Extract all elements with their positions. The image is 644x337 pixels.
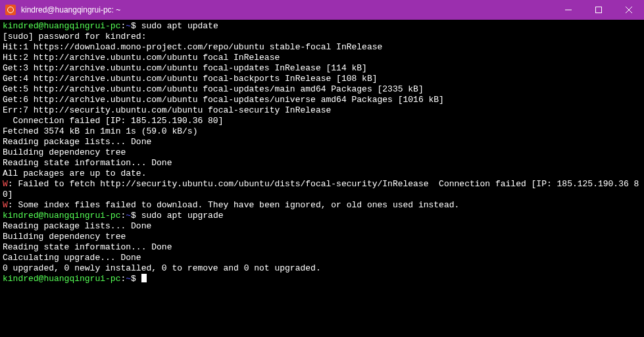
prompt-line: kindred@huangqingrui-pc:~$ bbox=[3, 274, 147, 284]
output-line: Reading package lists... Done bbox=[3, 221, 151, 231]
output-line: Reading package lists... Done bbox=[3, 137, 151, 147]
output-line: Get:3 http://archive.ubuntu.com/ubuntu f… bbox=[3, 63, 367, 73]
output-line: [sudo] password for kindred: bbox=[3, 32, 146, 41]
maximize-button[interactable] bbox=[583, 0, 614, 20]
output-line: Building dependency tree bbox=[3, 232, 126, 242]
minimize-icon bbox=[565, 7, 572, 13]
output-line: Get:6 http://archive.ubuntu.com/ubuntu f… bbox=[3, 95, 444, 105]
output-line: Get:4 http://archive.ubuntu.com/ubuntu f… bbox=[3, 74, 378, 84]
app-icon bbox=[5, 5, 16, 15]
output-line: Connection failed [IP: 185.125.190.36 80… bbox=[3, 116, 223, 126]
output-line: All packages are up to date. bbox=[3, 168, 146, 178]
prompt-user-host: kindred@huangqingrui-pc bbox=[3, 274, 120, 284]
prompt-user-host: kindred@huangqingrui-pc bbox=[3, 211, 120, 220]
output-line: Reading state information... Done bbox=[3, 158, 172, 168]
output-line: 0 upgraded, 0 newly installed, 0 to remo… bbox=[3, 263, 321, 273]
output-line: Hit:2 http://archive.ubuntu.com/ubuntu f… bbox=[3, 53, 280, 63]
prompt-path: ~ bbox=[126, 274, 131, 284]
maximize-icon bbox=[595, 7, 602, 13]
output-line: Calculating upgrade... Done bbox=[3, 253, 141, 263]
command-text: sudo apt upgrade bbox=[141, 211, 224, 220]
output-line: Hit:1 https://download.mono-project.com/… bbox=[3, 42, 382, 52]
output-line: Building dependency tree bbox=[3, 147, 126, 157]
prompt-user-host: kindred@huangqingrui-pc bbox=[3, 21, 120, 31]
cursor bbox=[141, 274, 147, 282]
prompt-line: kindred@huangqingrui-pc:~$ sudo apt upgr… bbox=[3, 211, 224, 220]
svg-rect-0 bbox=[596, 7, 602, 13]
warning-line: W: Some index files failed to download. … bbox=[3, 200, 459, 210]
window-title: kindred@huangqingrui-pc: ~ bbox=[21, 5, 120, 14]
prompt-path: ~ bbox=[126, 21, 131, 31]
command-text: sudo apt update bbox=[141, 21, 218, 31]
minimize-button[interactable] bbox=[553, 0, 583, 20]
prompt-path: ~ bbox=[126, 211, 131, 220]
prompt-line: kindred@huangqingrui-pc:~$ sudo apt upda… bbox=[3, 21, 218, 31]
output-line: Err:7 http://security.ubuntu.com/ubuntu … bbox=[3, 105, 331, 115]
output-line: Fetched 3574 kB in 1min 1s (59.0 kB/s) bbox=[3, 126, 197, 136]
output-line: Reading state information... Done bbox=[3, 242, 172, 252]
close-icon bbox=[626, 7, 632, 13]
warning-line: W: Failed to fetch http://security.ubunt… bbox=[3, 179, 639, 199]
terminal-area[interactable]: kindred@huangqingrui-pc:~$ sudo apt upda… bbox=[0, 20, 644, 286]
close-button[interactable] bbox=[614, 0, 644, 20]
output-line: Get:5 http://archive.ubuntu.com/ubuntu f… bbox=[3, 84, 424, 94]
window-titlebar: kindred@huangqingrui-pc: ~ bbox=[0, 0, 644, 20]
